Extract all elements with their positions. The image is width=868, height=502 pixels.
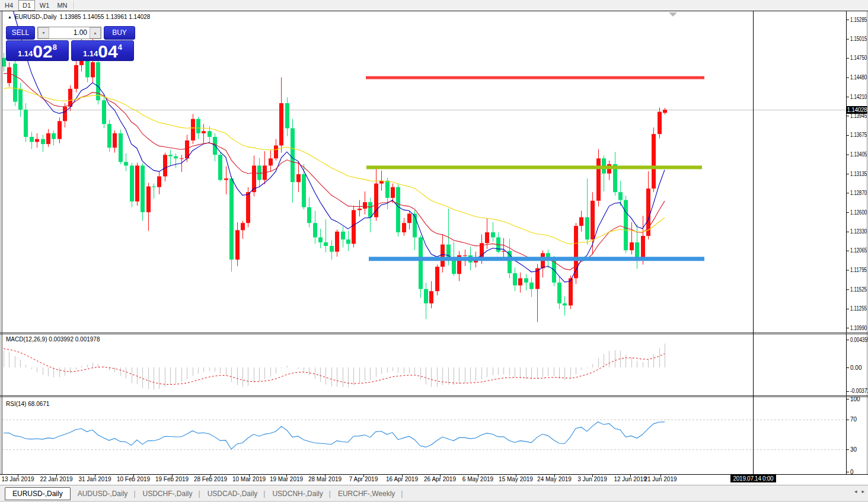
candle-body: [119, 133, 123, 162]
svg-text:1.11795: 1.11795: [850, 267, 867, 273]
ask-price-panel[interactable]: 1.14044: [71, 40, 134, 61]
candle-body: [229, 178, 234, 260]
macd-indicator-label: MACD(12,26,9) 0.003992 0.001978: [6, 336, 100, 343]
candle-body: [402, 223, 406, 232]
candle-body: [396, 187, 400, 232]
svg-text:10 Mar 2019: 10 Mar 2019: [232, 476, 266, 482]
candle-body: [563, 303, 567, 306]
tab-eurusd-daily[interactable]: EURUSD-,Daily: [5, 487, 71, 500]
svg-text:19 Mar 2019: 19 Mar 2019: [270, 476, 304, 482]
svg-text:1.13135: 1.13135: [850, 171, 867, 177]
candle-body: [107, 124, 111, 148]
bid-price-panel[interactable]: 1.14028: [6, 40, 69, 61]
candle-body: [35, 139, 39, 142]
ohlc-values: 1.13985 1.14055 1.13961 1.14028: [60, 14, 151, 20]
volume-control: ▼ ▲: [37, 27, 101, 39]
ask-prefix: 1.14: [83, 49, 98, 58]
svg-text:1.12600: 1.12600: [850, 209, 867, 216]
candle-body: [291, 128, 295, 182]
candle-body: [491, 232, 495, 237]
candle-body: [624, 200, 628, 250]
svg-text:30: 30: [850, 446, 857, 453]
candle-body: [196, 119, 200, 133]
candle-body: [163, 155, 167, 176]
candle-body: [391, 187, 395, 198]
candle-body: [102, 100, 106, 124]
breakout-line[interactable]: [366, 165, 702, 169]
candle-body: [146, 186, 151, 212]
candle-body: [285, 103, 289, 128]
candle-body: [135, 165, 139, 202]
candle-body: [341, 232, 345, 239]
candle-body: [363, 202, 367, 209]
candle-body: [557, 283, 561, 303]
svg-text:1.11255: 1.11255: [850, 305, 867, 312]
svg-text:16 Apr 2019: 16 Apr 2019: [386, 476, 418, 482]
timeframe-h4-button[interactable]: H4: [1, 0, 17, 11]
svg-text:1.12330: 1.12330: [850, 228, 867, 235]
candle-body: [257, 165, 261, 180]
ask-pip-digit: 4: [118, 43, 122, 52]
svg-text:31 Jan 2019: 31 Jan 2019: [78, 476, 111, 482]
candle-body: [485, 232, 489, 243]
svg-text:10 Feb 2019: 10 Feb 2019: [117, 476, 151, 482]
candle-body: [630, 242, 634, 250]
svg-text:12 Jun 2019: 12 Jun 2019: [614, 476, 646, 482]
candle-body: [441, 245, 445, 267]
candle-body: [96, 62, 100, 100]
tab-usdcnh-daily[interactable]: USDCNH-,Daily: [266, 488, 328, 500]
tab-audusd-daily[interactable]: AUDUSD-,Daily: [72, 488, 134, 500]
timeframe-w1-button[interactable]: W1: [36, 0, 53, 11]
candle-body: [235, 230, 240, 260]
svg-text:1.15285: 1.15285: [850, 17, 867, 23]
timeframe-d1-button[interactable]: D1: [18, 0, 35, 11]
svg-text:6 May 2019: 6 May 2019: [462, 476, 494, 482]
candle-body: [279, 103, 283, 145]
candle-body: [335, 232, 339, 252]
tab-separator: |: [133, 490, 135, 498]
candle-body: [452, 259, 456, 274]
candle-body: [24, 110, 28, 137]
buy-button[interactable]: BUY: [104, 26, 135, 40]
tab-usdchf-daily[interactable]: USDCHF-,Daily: [137, 488, 199, 500]
volume-increase-button[interactable]: ▲: [90, 27, 101, 39]
svg-text:1.13405: 1.13405: [850, 151, 867, 158]
svg-text:-0.00371: -0.00371: [850, 388, 868, 394]
chart-canvas[interactable]: 1.152851.150151.147501.144801.142101.139…: [0, 0, 868, 502]
timeframe-mn-button[interactable]: MN: [54, 0, 71, 11]
candle-body: [63, 107, 67, 121]
volume-decrease-button[interactable]: ▼: [38, 27, 49, 39]
candle-body: [579, 218, 583, 226]
svg-text:1.12065: 1.12065: [850, 247, 867, 254]
chart-background: [0, 11, 868, 474]
sell-button[interactable]: SELL: [6, 26, 35, 40]
svg-text:0.00: 0.00: [850, 364, 862, 371]
candle-body: [174, 156, 178, 159]
candle-body: [346, 239, 350, 244]
candle-body: [41, 139, 45, 144]
candle-body: [296, 174, 301, 182]
candle-body: [130, 165, 134, 202]
candle-body: [641, 236, 645, 260]
candle-body: [157, 177, 161, 187]
tab-scroll-right-icon[interactable]: ▸: [861, 488, 864, 494]
support-line[interactable]: [369, 257, 704, 261]
candle-body: [407, 213, 411, 223]
candle-body: [191, 119, 195, 140]
resistance-line[interactable]: [366, 76, 704, 79]
candle-body: [141, 165, 145, 212]
bid-price-tag: 1.14028: [847, 106, 867, 114]
tab-scroll-left-icon[interactable]: ◂: [854, 488, 857, 494]
candle-body: [652, 134, 656, 188]
candle-body: [318, 237, 323, 242]
candle-body: [591, 201, 595, 239]
svg-text:7 Apr 2019: 7 Apr 2019: [349, 476, 378, 482]
candle-body: [307, 207, 311, 223]
svg-text:24 May 2019: 24 May 2019: [537, 476, 572, 482]
tab-eurchf-weekly[interactable]: EURCHF-,Weekly: [332, 488, 401, 500]
candle-body: [124, 162, 128, 165]
candle-body: [218, 155, 222, 180]
volume-input[interactable]: [49, 28, 90, 38]
candle-body: [241, 223, 245, 230]
tab-usdcad-daily[interactable]: USDCAD-,Daily: [202, 488, 264, 500]
